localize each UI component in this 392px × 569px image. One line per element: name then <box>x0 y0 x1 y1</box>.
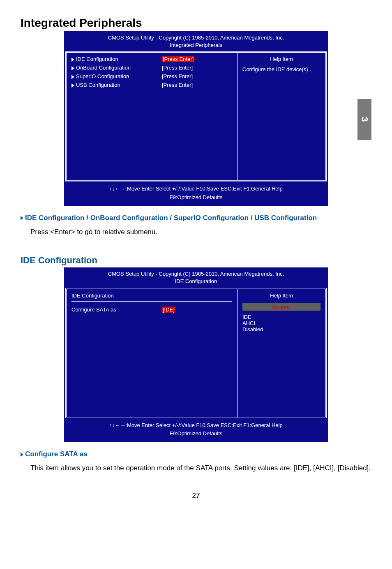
menu-label: USB Configuration <box>71 82 162 88</box>
bios-footer-keys: ↑↓←→:Move Enter:Select +/-/:Value F10:Sa… <box>65 185 327 193</box>
page-number: 27 <box>21 492 371 500</box>
menu-category-row: IDE Configuration <box>71 293 232 302</box>
bios-footer-defaults: F9:Optimized Defaults <box>65 430 327 438</box>
help-title: Help Item <box>242 293 321 299</box>
bios-screenshot-ide-configuration: CMOS Setup Utility - Copyright (C) 1985-… <box>64 267 328 442</box>
section-title-integrated-peripherals: Integrated Peripherals <box>21 16 371 30</box>
triangle-icon <box>21 453 23 457</box>
bios-help-pane: Help Item Options IDE AHCI Disabled <box>237 289 325 417</box>
doc-item-configure-sata: Configure SATA as This item allows you t… <box>21 450 371 475</box>
bios-footer-defaults: F9:Optimized Defaults <box>65 193 327 202</box>
option-disabled: Disabled <box>242 326 321 332</box>
doc-item-ide-config-line: IDE Configuration / OnBoard Configuratio… <box>21 214 371 239</box>
bios-header: CMOS Setup Utility - Copyright (C) 1985-… <box>65 268 327 287</box>
bios-copyright: CMOS Setup Utility - Copyright (C) 1985-… <box>65 34 327 42</box>
menu-value: [Press Enter] <box>162 73 193 79</box>
menu-label: IDE Configuration <box>71 56 162 62</box>
bios-menu-list: IDE Configuration [Press Enter] OnBoard … <box>67 53 237 180</box>
menu-label: OnBoard Configuration <box>71 65 162 71</box>
menu-label: Configure SATA as <box>71 307 162 313</box>
bios-copyright: CMOS Setup Utility - Copyright (C) 1985-… <box>65 270 327 278</box>
options-label: Options <box>242 303 321 311</box>
bios-help-pane: Help Item Configure the IDE device(s) . <box>237 53 325 180</box>
help-title: Help Item <box>242 56 321 62</box>
triangle-icon <box>71 84 74 88</box>
option-ide: IDE <box>242 314 321 320</box>
page-side-tab-number: 3 <box>359 117 370 122</box>
bios-header: CMOS Setup Utility - Copyright (C) 1985-… <box>65 32 327 51</box>
triangle-icon <box>21 216 23 220</box>
bios-screenshot-integrated-peripherals: CMOS Setup Utility - Copyright (C) 1985-… <box>64 31 328 206</box>
menu-category-label: IDE Configuration <box>71 293 114 299</box>
bios-footer-keys: ↑↓←→:Move Enter:Select +/-/:Value F10:Sa… <box>65 421 327 430</box>
menu-row-ide-config: IDE Configuration [Press Enter] <box>71 56 232 62</box>
menu-value: [Press Enter] <box>162 56 194 62</box>
bios-body: IDE Configuration [Press Enter] OnBoard … <box>65 51 327 181</box>
option-ahci: AHCI <box>242 320 321 326</box>
triangle-icon <box>71 66 74 70</box>
menu-label: SuperIO Configuration <box>71 73 162 79</box>
doc-item-head: IDE Configuration / OnBoard Configuratio… <box>21 214 371 222</box>
bios-body: IDE Configuration Configure SATA as [IDE… <box>65 288 327 418</box>
bios-footer: ↑↓←→:Move Enter:Select +/-/:Value F10:Sa… <box>65 419 327 442</box>
bios-footer: ↑↓←→:Move Enter:Select +/-/:Value F10:Sa… <box>65 182 327 205</box>
help-text: Configure the IDE device(s) . <box>242 66 321 72</box>
bios-screen-name: IDE Configuration <box>65 278 327 285</box>
bios-menu-list: IDE Configuration Configure SATA as [IDE… <box>67 289 237 417</box>
menu-value: [Press Enter] <box>162 65 193 71</box>
menu-row-superio-config: SuperIO Configuration [Press Enter] <box>71 73 232 79</box>
bios-screen-name: Integrated Peripherals <box>65 42 327 49</box>
menu-row-usb-config: USB Configuration [Press Enter] <box>71 82 232 88</box>
triangle-icon <box>71 75 74 79</box>
triangle-icon <box>71 58 74 62</box>
page-side-tab: 3 <box>357 99 371 140</box>
menu-row-configure-sata: Configure SATA as [IDE] <box>71 307 232 313</box>
doc-item-body: Press <Enter> to go to relative submenu. <box>30 225 371 239</box>
doc-item-head: Configure SATA as <box>21 450 371 458</box>
doc-item-body: This item allows you to set the operatio… <box>30 462 371 475</box>
section-title-ide-configuration: IDE Configuration <box>21 255 371 266</box>
menu-value: [IDE] <box>162 307 175 313</box>
menu-value: [Press Enter] <box>162 82 193 88</box>
menu-row-onboard-config: OnBoard Configuration [Press Enter] <box>71 65 232 71</box>
